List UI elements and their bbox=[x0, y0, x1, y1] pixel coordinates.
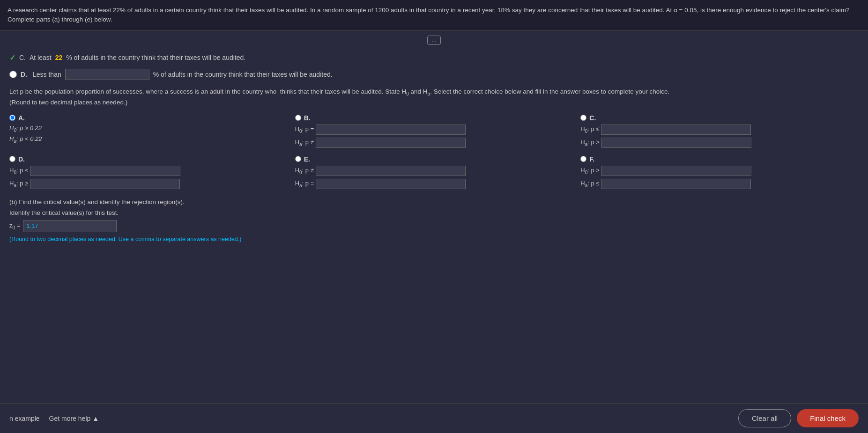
hypothesis-a-header: A. bbox=[9, 114, 288, 122]
hypothesis-option-f: F. H0: p > Ha: p ≤ bbox=[580, 155, 859, 189]
hypothesis-c-ha: Ha: p > bbox=[580, 138, 859, 148]
option-c-label: C. bbox=[19, 54, 26, 61]
footer-right: Clear all Final check bbox=[738, 409, 859, 427]
hypothesis-a-radio[interactable] bbox=[9, 115, 15, 121]
hypothesis-b-header: B. bbox=[295, 114, 573, 122]
instructions-para1: Let p be the population proportion of su… bbox=[9, 87, 859, 98]
hypothesis-f-label: F. bbox=[589, 155, 594, 163]
part-b-subtitle: Identify the critical value(s) for this … bbox=[9, 209, 859, 216]
hypothesis-d-ha: Ha: p ≥ bbox=[9, 179, 288, 189]
hypothesis-d-ha-input[interactable] bbox=[30, 179, 180, 189]
hypothesis-c-h0-input[interactable] bbox=[601, 125, 751, 135]
option-d-section: D. Less than % of adults in the country … bbox=[9, 69, 859, 80]
hypothesis-f-header: F. bbox=[580, 155, 859, 163]
option-d-text: Less than bbox=[33, 71, 61, 78]
ellipsis-button[interactable]: ... bbox=[427, 36, 440, 45]
problem-text-area: A research center claims that at least 2… bbox=[0, 0, 868, 31]
instructions-section: Let p be the population proportion of su… bbox=[9, 87, 859, 108]
option-d-suffix: % of adults in the country think that th… bbox=[153, 71, 333, 78]
hypothesis-f-h0: H0: p > bbox=[580, 166, 859, 176]
hypothesis-b-h0: H0: p = bbox=[295, 125, 573, 135]
option-c-value: 22 bbox=[55, 54, 63, 61]
hypothesis-option-b: B. H0: p = Ha: p ≠ bbox=[295, 114, 573, 148]
option-c-text: At least bbox=[30, 54, 52, 61]
option-c-row: ✓ C. At least 22 % of adults in the coun… bbox=[9, 53, 859, 62]
hypothesis-c-label: C. bbox=[589, 114, 596, 122]
hypothesis-d-label: D. bbox=[18, 155, 25, 163]
option-d-row: D. Less than % of adults in the country … bbox=[9, 69, 859, 80]
hypothesis-b-ha-input[interactable] bbox=[316, 138, 466, 148]
hypothesis-c-ha-input[interactable] bbox=[601, 138, 751, 148]
hypothesis-option-e: E. H0: p ≠ Ha: p = bbox=[295, 155, 573, 189]
hypothesis-e-h0-input[interactable] bbox=[316, 166, 466, 176]
hypothesis-c-radio[interactable] bbox=[580, 115, 586, 121]
checkmark-icon: ✓ bbox=[9, 53, 15, 62]
hypothesis-b-radio[interactable] bbox=[295, 115, 301, 121]
option-d-input[interactable] bbox=[65, 69, 149, 80]
hypothesis-e-ha: Ha: p = bbox=[295, 179, 573, 189]
final-check-button[interactable]: Final check bbox=[797, 409, 859, 427]
hypothesis-e-h0: H0: p ≠ bbox=[295, 166, 573, 176]
part-b-title: (b) Find the critical value(s) and ident… bbox=[9, 198, 859, 205]
hypothesis-option-c: C. H0: p ≤ Ha: p > bbox=[580, 114, 859, 148]
hypothesis-b-label: B. bbox=[304, 114, 311, 122]
hypothesis-f-h0-input[interactable] bbox=[601, 166, 751, 176]
hypothesis-option-d: D. H0: p < Ha: p ≥ bbox=[9, 155, 288, 189]
hypothesis-a-ha: Ha: p < 0.22 bbox=[9, 135, 288, 144]
option-d-radio[interactable] bbox=[9, 71, 17, 78]
round-note: (Round to two decimal places as needed. … bbox=[9, 236, 859, 242]
hypothesis-c-header: C. bbox=[580, 114, 859, 122]
main-container: A research center claims that at least 2… bbox=[0, 0, 868, 433]
hypothesis-d-h0-input[interactable] bbox=[30, 166, 180, 176]
option-c-suffix: % of adults in the country think that th… bbox=[66, 54, 245, 61]
hypothesis-b-h0-input[interactable] bbox=[316, 125, 466, 135]
z0-input[interactable] bbox=[23, 220, 117, 232]
hypothesis-option-a: A. H0: p ≥ 0.22 Ha: p < 0.22 bbox=[9, 114, 288, 148]
hypothesis-f-ha-input[interactable] bbox=[601, 179, 751, 189]
hypothesis-c-h0: H0: p ≤ bbox=[580, 125, 859, 135]
z0-row: z0 = bbox=[9, 220, 859, 232]
hypothesis-f-radio[interactable] bbox=[580, 156, 586, 162]
problem-text: A research center claims that at least 2… bbox=[7, 7, 850, 23]
hypothesis-a-label: A. bbox=[18, 114, 25, 122]
hypothesis-e-radio[interactable] bbox=[295, 156, 301, 162]
instructions-para2: (Round to two decimal places as needed.) bbox=[9, 97, 859, 108]
hypothesis-e-ha-input[interactable] bbox=[316, 179, 466, 189]
z0-label: z0 = bbox=[9, 222, 20, 230]
hypothesis-e-label: E. bbox=[304, 155, 310, 163]
footer: n example Get more help ▲ Clear all Fina… bbox=[0, 403, 868, 433]
option-d-label: D. bbox=[21, 71, 27, 78]
hypothesis-b-ha: Ha: p ≠ bbox=[295, 138, 573, 148]
help-link[interactable]: Get more help ▲ bbox=[49, 415, 99, 422]
hypothesis-f-ha: Ha: p ≤ bbox=[580, 179, 859, 189]
hypothesis-grid: A. H0: p ≥ 0.22 Ha: p < 0.22 B. H0: p = bbox=[9, 114, 859, 189]
hypothesis-a-h0: H0: p ≥ 0.22 bbox=[9, 125, 288, 133]
example-link[interactable]: n example bbox=[9, 415, 40, 422]
scroll-area: ... ✓ C. At least 22 % of adults in the … bbox=[0, 31, 868, 404]
hypothesis-e-header: E. bbox=[295, 155, 573, 163]
option-c-section: ✓ C. At least 22 % of adults in the coun… bbox=[9, 53, 859, 62]
part-b-section: (b) Find the critical value(s) and ident… bbox=[9, 198, 859, 242]
clear-all-button[interactable]: Clear all bbox=[738, 409, 791, 427]
hypothesis-d-h0: H0: p < bbox=[9, 166, 288, 176]
footer-left: n example Get more help ▲ bbox=[9, 415, 99, 422]
hypothesis-d-header: D. bbox=[9, 155, 288, 163]
hypothesis-d-radio[interactable] bbox=[9, 156, 15, 162]
